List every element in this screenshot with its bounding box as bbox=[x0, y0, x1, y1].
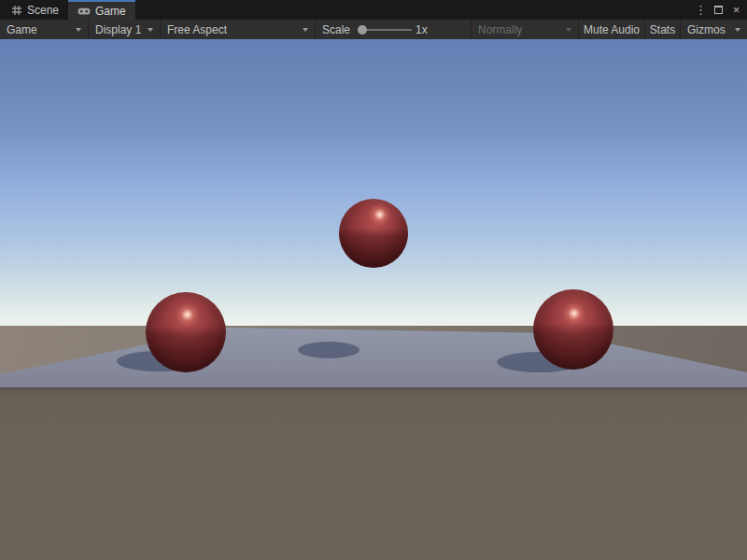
gizmos-label: Gizmos bbox=[687, 23, 726, 36]
scale-group: Scale 1x bbox=[316, 20, 472, 39]
red-sphere-middle bbox=[339, 199, 408, 268]
scale-slider[interactable] bbox=[358, 24, 412, 35]
maximize-icon[interactable] bbox=[712, 0, 726, 20]
kebab-menu-icon[interactable]: ⋮ bbox=[694, 0, 708, 20]
aspect-ratio-dropdown[interactable]: Free Aspect bbox=[161, 20, 316, 39]
chevron-down-icon bbox=[303, 28, 308, 32]
display-label: Display 1 bbox=[95, 23, 141, 36]
view-mode-label: Game bbox=[7, 23, 37, 36]
game-view-toolbar: Game Display 1 Free Aspect Scale 1x Norm… bbox=[0, 20, 747, 39]
view-mode-dropdown[interactable]: Game bbox=[0, 20, 89, 39]
tab-game[interactable]: Game bbox=[68, 0, 135, 20]
tab-bar: Scene Game ⋮ × bbox=[0, 0, 747, 20]
gizmos-dropdown[interactable]: Gizmos bbox=[681, 20, 747, 39]
window-controls: ⋮ × bbox=[694, 0, 743, 20]
tab-scene-label: Scene bbox=[27, 4, 59, 17]
chevron-down-icon bbox=[148, 28, 153, 32]
scale-value: 1x bbox=[416, 23, 428, 36]
red-sphere-left bbox=[146, 292, 226, 372]
chevron-down-icon bbox=[76, 28, 81, 32]
slider-knob[interactable] bbox=[358, 25, 367, 35]
chevron-down-icon bbox=[735, 28, 740, 32]
ground-plane-and-shadows bbox=[0, 39, 747, 560]
play-mode-label: Normally bbox=[478, 23, 522, 36]
unity-game-window: Scene Game ⋮ × Game Display 1 Free Aspec… bbox=[0, 0, 747, 560]
game-viewport[interactable] bbox=[0, 39, 747, 560]
gamepad-icon bbox=[78, 7, 91, 16]
tab-game-label: Game bbox=[95, 5, 126, 18]
ground-plane bbox=[0, 328, 747, 387]
scale-label: Scale bbox=[322, 23, 350, 36]
mute-audio-label: Mute Audio bbox=[584, 23, 640, 36]
mute-audio-button[interactable]: Mute Audio bbox=[579, 20, 645, 39]
play-mode-dropdown: Normally bbox=[472, 20, 579, 39]
grid-icon bbox=[11, 5, 22, 16]
display-dropdown[interactable]: Display 1 bbox=[89, 20, 161, 39]
chevron-down-icon bbox=[566, 28, 571, 32]
red-sphere-right bbox=[533, 289, 613, 370]
stats-label: Stats bbox=[650, 23, 675, 36]
aspect-ratio-label: Free Aspect bbox=[167, 23, 227, 36]
stats-button[interactable]: Stats bbox=[645, 20, 681, 39]
shadow-middle-sphere bbox=[298, 342, 359, 358]
close-icon[interactable]: × bbox=[729, 0, 743, 20]
tab-scene[interactable]: Scene bbox=[2, 0, 68, 20]
